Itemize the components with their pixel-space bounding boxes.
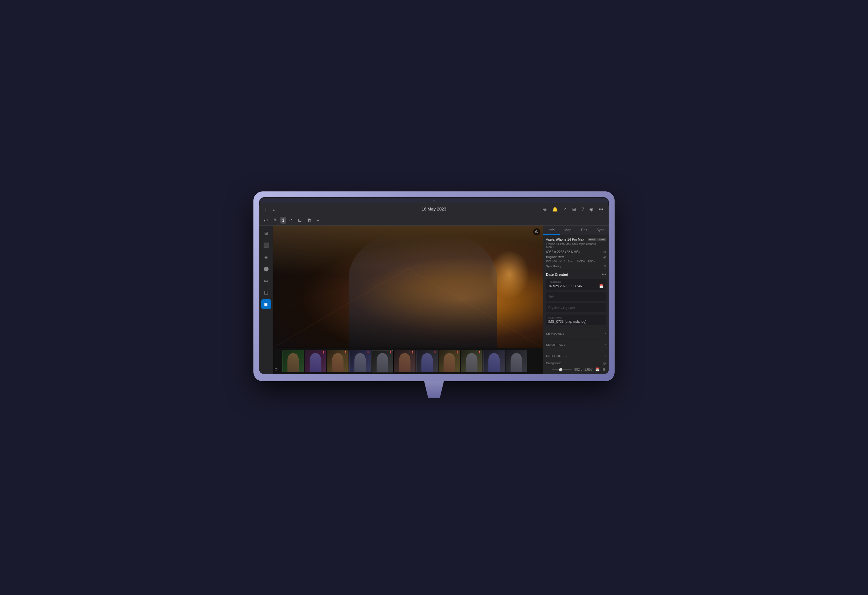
filename-value: IMG_0735.(dng, myb, jpg) [548,320,604,323]
compass-icon: ⦿ [535,230,539,234]
title-field[interactable]: Title [546,292,606,301]
sidebar-item-people[interactable]: ⬤ [261,264,271,273]
smarttags-label: SMARTTAGS [546,343,565,346]
thumb-person-2 [310,353,321,372]
thumbnail-8[interactable]: 📍 [438,350,460,372]
resolution: 4032 × 2268 (22.6 MB) [546,250,580,254]
location-pin-icon: 📍 [344,351,347,354]
back-button[interactable]: ‹ [263,206,267,213]
film-strip: ⛉ 📍 📍 [273,348,543,374]
thumbnail-1[interactable] [282,350,304,372]
thumb-person-9 [466,353,477,372]
camera-name-row: Apple: iPhone 14 Pro Max RAW AWB [546,238,606,241]
thumb-person-4 [354,353,366,372]
add-icon[interactable]: ⊕ [542,206,548,213]
app-window: ‹ ⌕ 16 May 2023 ⊕ 🔔 ↗ ⊞ ? ◉ ••• [259,203,609,374]
categories-chevron: › [605,354,606,357]
tag-button[interactable]: 🏷 [262,217,270,224]
grid-view-icon[interactable]: ⊞ [571,206,577,213]
more-tools-icon[interactable]: » [314,217,321,224]
share-icon[interactable]: ↗ [562,206,568,213]
notifications-icon[interactable]: 🔔 [551,206,559,213]
tab-sync[interactable]: Sync [592,226,609,235]
photo-scene [273,226,543,348]
panel-content: Apple: iPhone 14 Pro Max RAW AWB iPhone … [543,235,609,365]
progress-slider[interactable] [552,369,571,370]
filter-button[interactable]: ⛉ [275,368,278,372]
sync-policy-icon: ⊡ [604,264,606,268]
progress-thumb [559,368,562,371]
profile-icon[interactable]: ◉ [588,206,595,213]
sidebar-item-folders[interactable]: ◫ [261,287,271,297]
divider-2 [546,328,606,328]
thumb-person-1 [287,353,299,372]
title-placeholder: Title [548,295,555,299]
tab-map[interactable]: Map [560,226,576,235]
timestamp-row: 16 May 2023, 11:50:46 📅 [548,284,604,288]
date-more-button[interactable]: ••• [602,272,606,277]
thumb-person-6 [399,353,410,372]
keywords-section[interactable]: KEYWORDS › [546,330,606,337]
sidebar-item-calendar[interactable]: ⬛ [261,240,271,250]
photo-area: ⦿ ⛉ 📍 [273,226,543,374]
camera-model: iPhone 14 Pro Max back triple camera 6.8… [546,242,606,249]
main-photo: ⦿ [273,226,543,348]
thumbnail-11[interactable] [506,350,527,372]
location-pin-icon: 📍 [322,351,325,354]
right-panel: Info Map Edit Sync Apple: iPhone 14 Pro … [543,226,609,374]
info-button[interactable]: ℹ [280,217,286,224]
calendar-view-icon[interactable]: 📅 [595,368,600,372]
resolution-row: 4032 × 2268 (22.6 MB) ◎ [546,250,606,254]
tab-edit[interactable]: Edit [576,226,593,235]
smarttags-section[interactable]: SMARTTAGS › [546,341,606,348]
thumb-person-8 [443,353,455,372]
imac-body: ‹ ⌕ 16 May 2023 ⊕ 🔔 ↗ ⊞ ? ◉ ••• [254,192,614,381]
monitor-wrapper: ‹ ⌕ 16 May 2023 ⊕ 🔔 ↗ ⊞ ? ◉ ••• [254,192,614,403]
thumbnail-6[interactable]: 📍 [394,350,416,372]
filename-label: FILE NAME [548,316,604,319]
title-bar-left: ‹ ⌕ [263,206,277,213]
grid-view-button[interactable]: ⊞ [602,368,605,372]
sidebar: ⊞ ⬛ ◈ ⬤ ▭ ◫ ▣ [259,226,273,374]
thumbnail-9[interactable]: 📍 [461,350,483,372]
caption-placeholder: Caption this photo [548,306,575,310]
more-options-icon[interactable]: ••• [597,206,605,213]
categories-label: CATEGORIES [546,354,567,357]
thumbnail-5[interactable]: 📍 [372,350,393,372]
title-bar: ‹ ⌕ 16 May 2023 ⊕ 🔔 ↗ ⊞ ? ◉ ••• [259,203,609,215]
panel-tabs: Info Map Edit Sync [543,226,609,235]
toolbar: 🏷 ✎ ℹ ↺ ⊡ 🗑 » [259,215,609,226]
thumbnail-2[interactable]: 📍 [305,350,326,372]
sidebar-item-photos[interactable]: ▣ [261,299,271,309]
thumbnail-3[interactable]: 📍 [327,350,348,372]
edit-button[interactable]: ✎ [272,217,279,224]
divider-1 [546,270,606,270]
thumbnail-10[interactable] [483,350,505,372]
focal-value: 7mm [568,260,574,263]
categories-section[interactable]: CATEGORIES › [546,352,606,359]
tab-info[interactable]: Info [543,226,560,235]
delete-button[interactable]: 🗑 [305,217,313,224]
awb-badge: AWB [598,238,606,241]
categories-row: Categories: ⊕ [546,360,606,365]
calendar-icon[interactable]: 📅 [599,284,604,288]
raw-icon: ◎ [604,255,606,259]
thumbnail-7[interactable]: 📍 [416,350,438,372]
imac-stand-base [385,398,483,403]
date-section: Date Created ••• Timestamp 16 May 2023, … [546,272,606,290]
caption-field[interactable]: Caption this photo [546,303,606,312]
help-icon[interactable]: ? [580,206,585,213]
divider-3 [546,339,606,339]
crop-button[interactable]: ⊡ [296,217,304,224]
sidebar-item-albums[interactable]: ▭ [261,276,271,285]
raw-badge: RAW [588,238,596,241]
search-icon[interactable]: ⌕ [272,206,277,213]
corridor-svg [273,226,543,348]
thumbnail-4[interactable]: 📍 [349,350,371,372]
rotate-button[interactable]: ↺ [287,217,295,224]
categories-add-button[interactable]: ⊕ [602,360,606,365]
svg-rect-4 [273,226,543,348]
sidebar-item-grid[interactable]: ⊞ [261,228,271,238]
sidebar-item-location[interactable]: ◈ [261,252,271,262]
timestamp-field[interactable]: Timestamp 16 May 2023, 11:50:46 📅 [546,279,606,290]
